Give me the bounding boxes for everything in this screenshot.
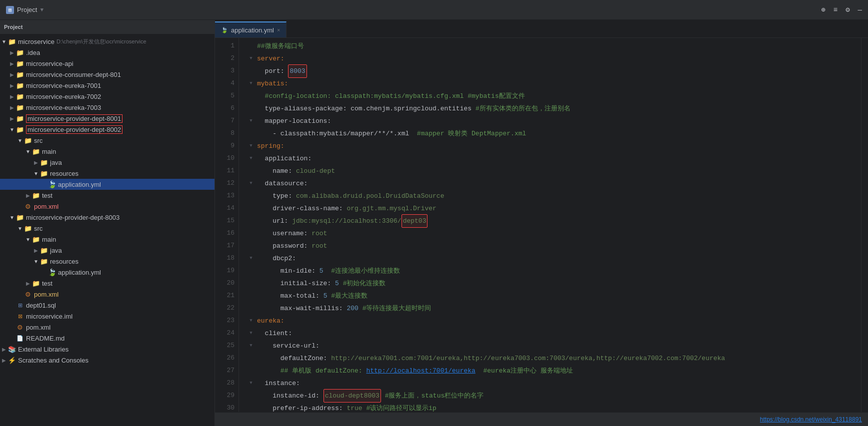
- folder-icon: 📁: [32, 191, 40, 199]
- fold-icon[interactable]: ▼: [247, 142, 255, 150]
- sidebar-item-external-libraries[interactable]: ▶ 📚 External Libraries: [0, 344, 214, 355]
- expand-arrow[interactable]: ▶: [8, 103, 16, 111]
- fold-icon[interactable]: ▼: [247, 317, 255, 325]
- code-editor[interactable]: ##微服务端口号 ▼ server: port: 8003 ▼ mybatis:: [239, 38, 861, 412]
- sidebar-item-microservice-iml[interactable]: ▶ ⊠ microservice.iml: [0, 311, 214, 322]
- sidebar-item-microservice-root[interactable]: ▼ 📁 microservice D:\chenjm\开发信息\ocr\micr…: [0, 36, 214, 47]
- fold-icon[interactable]: ▼: [247, 180, 255, 188]
- code-line-11: name: cloud-dept: [247, 165, 861, 177]
- iml-icon: ⊠: [16, 312, 24, 320]
- url-text[interactable]: https://blog.csdn.net/weixin_43118891: [760, 416, 862, 423]
- sidebar-item-microservice-api[interactable]: ▶ 📁 microservice-api: [0, 58, 214, 69]
- sidebar-item-test-8003[interactable]: ▶ 📁 test: [0, 278, 214, 289]
- sidebar-item-eureka-7001[interactable]: ▶ 📁 microservice-eureka-7001: [0, 80, 214, 91]
- sidebar-item-idea[interactable]: ▶ 📁 .idea: [0, 47, 214, 58]
- sidebar-item-application-yml-8002[interactable]: ▶ 🍃 application.yml: [0, 179, 214, 190]
- fold-icon[interactable]: ▼: [247, 55, 255, 63]
- fold-icon[interactable]: ▼: [247, 155, 255, 163]
- status-url[interactable]: https://blog.csdn.net/weixin_43118891: [760, 416, 862, 423]
- expand-arrow[interactable]: ▶: [8, 59, 16, 67]
- sidebar-title: Project: [4, 24, 22, 30]
- expand-arrow[interactable]: ▶: [0, 356, 8, 364]
- sidebar-item-src-8002[interactable]: ▼ 📁 src: [0, 135, 214, 146]
- sidebar-item-readme[interactable]: ▶ 📄 README.md: [0, 333, 214, 344]
- expand-arrow[interactable]: ▶: [8, 92, 16, 100]
- expand-arrow[interactable]: ▶: [24, 191, 32, 199]
- expand-arrow[interactable]: ▶: [8, 48, 16, 56]
- sidebar-item-java-8002[interactable]: ▶ 📁 java: [0, 157, 214, 168]
- sidebar-item-provider-8001[interactable]: ▶ 📁 microservice-provider-dept-8001: [0, 113, 214, 124]
- expand-arrow[interactable]: ▶: [32, 158, 40, 166]
- sidebar-item-pom-8002[interactable]: ▶ ⚙ pom.xml: [0, 201, 214, 212]
- title-chevron[interactable]: ▼: [40, 7, 44, 13]
- tree-label: pom.xml: [34, 203, 58, 210]
- sidebar-item-provider-8002[interactable]: ▼ 📁 microservice-provider-dept-8002: [0, 124, 214, 135]
- code-line-5: #config-location: classpath:mybatis/myba…: [247, 90, 861, 102]
- folder-icon: 📁: [16, 59, 24, 67]
- tab-close-button[interactable]: ×: [277, 27, 280, 33]
- src-folder-icon: 📁: [24, 136, 32, 144]
- tree-label: microservice-api: [26, 60, 74, 67]
- tree-label: microservice-consumer-dept-801: [26, 71, 121, 78]
- expand-arrow[interactable]: ▶: [8, 70, 16, 78]
- tree-label: resources: [50, 258, 78, 265]
- expand-arrow[interactable]: ▼: [32, 257, 40, 265]
- expand-arrow[interactable]: ▼: [24, 147, 32, 155]
- expand-arrow[interactable]: ▶: [0, 345, 8, 353]
- sidebar-item-java-8003[interactable]: ▶ 📁 java: [0, 245, 214, 256]
- fold-icon[interactable]: ▼: [247, 342, 255, 350]
- sidebar-item-resources-8003[interactable]: ▼ 📁 resources: [0, 256, 214, 267]
- tree-label: java: [50, 159, 62, 166]
- expand-arrow[interactable]: ▶: [32, 246, 40, 254]
- expand-arrow[interactable]: ▶: [8, 81, 16, 89]
- sidebar-item-eureka-7003[interactable]: ▶ 📁 microservice-eureka-7003: [0, 102, 214, 113]
- code-line-15: url: jdbc:mysql://localhost:3306/dept03: [247, 215, 861, 227]
- sidebar-item-main-8002[interactable]: ▼ 📁 main: [0, 146, 214, 157]
- tree-label: microservice: [18, 38, 54, 45]
- settings-alt-icon[interactable]: ≡: [834, 6, 838, 14]
- minimize-icon[interactable]: —: [858, 6, 862, 14]
- tree-label: microservice-eureka-7001: [26, 82, 101, 89]
- expand-arrow[interactable]: ▼: [8, 213, 16, 221]
- sidebar-item-pom-8003[interactable]: ▶ ⚙ pom.xml: [0, 289, 214, 300]
- expand-arrow[interactable]: ▶: [8, 114, 16, 122]
- code-line-8: - classpath:mybatis/mapper/**/*.xml #map…: [247, 127, 861, 140]
- sidebar-content[interactable]: ▼ 📁 microservice D:\chenjm\开发信息\ocr\micr…: [0, 34, 214, 426]
- sidebar-item-src-8003[interactable]: ▼ 📁 src: [0, 223, 214, 234]
- expand-arrow[interactable]: ▼: [16, 136, 24, 144]
- globe-icon[interactable]: ⊕: [821, 5, 825, 14]
- title-bar: ▤ Project ▼ ⊕ ≡ ⚙ —: [0, 0, 868, 20]
- tree-label: Scratches and Consoles: [18, 357, 88, 364]
- sidebar-item-eureka-7002[interactable]: ▶ 📁 microservice-eureka-7002: [0, 91, 214, 102]
- code-line-26: defaultZone: http://eureka7001.com:7001/…: [247, 352, 861, 365]
- fold-icon[interactable]: ▼: [247, 117, 255, 125]
- fold-icon[interactable]: ▼: [247, 380, 255, 388]
- fold-icon[interactable]: ▼: [247, 330, 255, 338]
- fold-icon[interactable]: ▼: [247, 255, 255, 263]
- sidebar-item-dept01-sql[interactable]: ▶ ⊞ dept01.sql: [0, 300, 214, 311]
- scrollbar-right[interactable]: [861, 38, 868, 412]
- tab-application-yml[interactable]: 🍃 application.yml ×: [215, 21, 286, 37]
- xml-icon: ⚙: [24, 290, 32, 298]
- sidebar-item-application-yml-8003[interactable]: ▶ 🍃 application.yml: [0, 267, 214, 278]
- expand-arrow[interactable]: ▼: [0, 37, 8, 45]
- project-label[interactable]: Project: [17, 6, 37, 13]
- folder-icon: 📁: [8, 37, 16, 45]
- expand-arrow[interactable]: ▶: [24, 279, 32, 287]
- code-line-4: ▼ mybatis:: [247, 77, 861, 90]
- expand-arrow[interactable]: ▼: [8, 125, 16, 133]
- expand-arrow[interactable]: ▼: [32, 169, 40, 177]
- tree-label: dept01.sql: [26, 302, 56, 309]
- sidebar-item-resources-8002[interactable]: ▼ 📁 resources: [0, 168, 214, 179]
- sidebar-item-pom-root[interactable]: ▶ ⚙ pom.xml: [0, 322, 214, 333]
- sidebar-item-test-8002[interactable]: ▶ 📁 test: [0, 190, 214, 201]
- expand-arrow[interactable]: ▼: [16, 224, 24, 232]
- sidebar-item-main-8003[interactable]: ▼ 📁 main: [0, 234, 214, 245]
- tree-label: microservice-provider-dept-8001: [26, 114, 122, 123]
- gear-icon[interactable]: ⚙: [846, 5, 850, 14]
- sidebar-item-consumer-801[interactable]: ▶ 📁 microservice-consumer-dept-801: [0, 69, 214, 80]
- sidebar-item-provider-8003[interactable]: ▼ 📁 microservice-provider-dept-8003: [0, 212, 214, 223]
- expand-arrow[interactable]: ▼: [24, 235, 32, 243]
- sidebar-item-scratches[interactable]: ▶ ⚡ Scratches and Consoles: [0, 355, 214, 366]
- fold-icon[interactable]: ▼: [247, 80, 255, 88]
